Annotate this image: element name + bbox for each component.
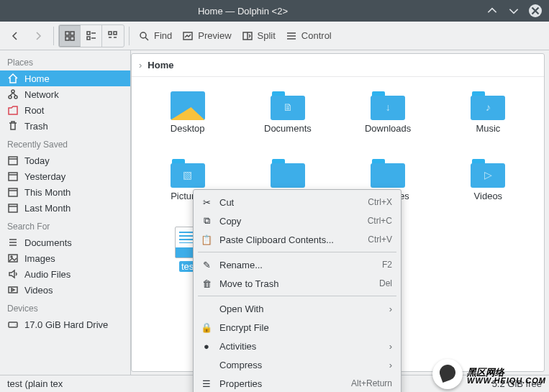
file-label: Videos [474,191,503,201]
menu-item[interactable]: 🔒Encrypt File [194,318,401,337]
svg-point-12 [140,32,146,38]
menu-shortcut: Alt+Return [351,378,392,388]
desktop-icon [171,91,205,120]
folder-icon [271,159,305,188]
sidebar-item-hard-drive[interactable]: 17.0 GiB Hard Drive [0,316,130,332]
file-label: Music [476,123,500,134]
file-label: Desktop [171,123,205,134]
toolbar: Find Preview Split Control [0,22,549,50]
sidebar: Places Home Network Root Trash Recently … [0,50,131,375]
svg-rect-0 [65,32,69,35]
menu-icon: 🗑 [201,278,212,289]
menu-label: Copy [219,216,360,227]
file-item[interactable]: 🗎Documents [239,91,336,156]
file-label: Documents [264,123,312,134]
menu-shortcut: Ctrl+X [368,197,392,207]
menu-item[interactable]: ⧉CopyCtrl+C [194,211,401,230]
menu-shortcut: Ctrl+V [368,234,392,245]
svg-point-23 [9,96,12,99]
svg-rect-29 [9,188,17,196]
sidebar-item-network[interactable]: Network [0,86,130,102]
menu-item[interactable]: ●Activities› [194,337,401,355]
sidebar-item-home[interactable]: Home [0,70,130,86]
svg-line-17 [249,35,250,36]
sidebar-item-documents[interactable]: Documents [0,234,130,250]
menu-shortcut: Ctrl+C [368,216,392,226]
sidebar-item-videos[interactable]: Videos [0,282,130,298]
context-menu: ✂CutCtrl+X⧉CopyCtrl+C📋Paste Clipboard Co… [193,189,401,392]
compact-view-button[interactable] [81,25,102,47]
submenu-arrow-icon: › [389,304,392,314]
svg-rect-2 [65,37,69,40]
split-button[interactable]: Split [237,25,280,47]
menu-item[interactable]: ✂CutCtrl+X [194,193,401,211]
search-heading: Search For [0,216,130,234]
menu-item[interactable]: Compress› [194,355,401,374]
folder-icon: ▧ [171,159,205,188]
svg-rect-31 [9,204,17,212]
menu-icon: ● [201,340,212,352]
menu-item[interactable]: 🗑Move to TrashDel [194,274,401,293]
menu-shortcut: Del [379,278,392,288]
menu-label: Paste Clipboard Contents... [219,234,360,245]
menu-item[interactable]: Open With› [194,299,401,318]
folder-icon [371,159,405,188]
submenu-arrow-icon: › [389,341,392,352]
menu-label: Cut [219,197,360,208]
svg-rect-25 [9,157,17,165]
places-heading: Places [0,52,130,70]
chevron-right-icon: › [139,60,142,70]
sidebar-item-trash[interactable]: Trash [0,118,130,134]
sidebar-item-audio[interactable]: Audio Files [0,266,130,282]
devices-heading: Devices [0,298,130,316]
title-bar: Home — Dolphin <2> [0,0,549,22]
file-item[interactable]: ♪Music [440,91,537,156]
breadcrumb[interactable]: › Home [132,54,544,77]
minimize-button[interactable] [486,4,499,17]
menu-label: Properties [219,378,344,389]
svg-rect-38 [9,287,17,293]
folder-icon: ▷ [471,159,505,188]
control-button[interactable]: Control [281,25,336,47]
svg-rect-4 [87,32,90,35]
forward-button[interactable] [27,25,49,47]
preview-button[interactable]: Preview [178,25,235,47]
file-item[interactable]: ▷Videos [440,159,537,224]
menu-item[interactable]: ☰PropertiesAlt+Return [194,374,401,392]
sidebar-item-today[interactable]: Today [0,152,130,168]
file-item[interactable]: ↓Downloads [340,91,437,156]
sidebar-item-this-month[interactable]: This Month [0,184,130,200]
menu-label: Open With [219,304,382,314]
folder-icon: ♪ [471,91,505,120]
mushroom-icon [432,359,463,389]
svg-rect-8 [109,32,112,35]
svg-point-40 [16,325,17,326]
menu-icon: 🔒 [201,322,212,333]
menu-icon: ✂ [201,196,212,208]
sidebar-item-last-month[interactable]: Last Month [0,200,130,216]
menu-item[interactable]: ✎Rename...F2 [194,255,401,274]
close-button[interactable] [529,4,542,17]
menu-label: Activities [219,341,382,352]
find-button[interactable]: Find [134,25,176,47]
menu-icon: ☰ [201,378,212,389]
folder-icon: ↓ [371,91,405,120]
back-button[interactable] [4,25,26,47]
icons-view-button[interactable] [59,25,81,47]
menu-label: Rename... [219,260,375,270]
menu-icon [201,359,212,370]
svg-rect-39 [9,322,17,327]
view-mode-group [58,24,124,47]
window-title: Home — Dolphin <2> [0,6,486,17]
file-item[interactable]: Desktop [139,91,236,156]
sidebar-item-yesterday[interactable]: Yesterday [0,168,130,184]
details-view-button[interactable] [102,25,124,47]
recent-heading: Recently Saved [0,134,130,152]
sidebar-item-images[interactable]: Images [0,250,130,266]
submenu-arrow-icon: › [389,360,392,370]
menu-item[interactable]: 📋Paste Clipboard Contents...Ctrl+V [194,230,401,249]
sidebar-item-root[interactable]: Root [0,102,130,118]
maximize-button[interactable] [507,4,520,17]
svg-rect-1 [71,32,74,35]
svg-point-37 [11,256,12,257]
